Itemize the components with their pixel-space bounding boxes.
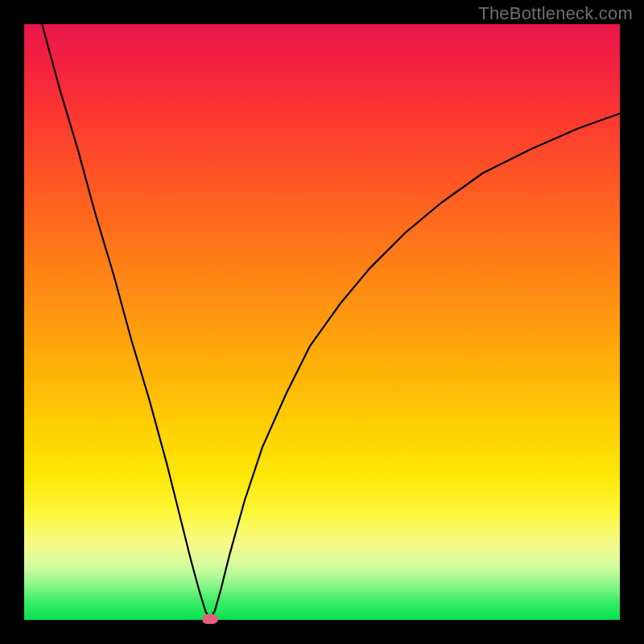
bottleneck-curve bbox=[24, 24, 620, 620]
watermark-text: TheBottleneck.com bbox=[478, 3, 633, 24]
minimum-marker bbox=[202, 614, 218, 624]
plot-area bbox=[24, 24, 620, 620]
chart-frame: TheBottleneck.com bbox=[0, 0, 644, 644]
